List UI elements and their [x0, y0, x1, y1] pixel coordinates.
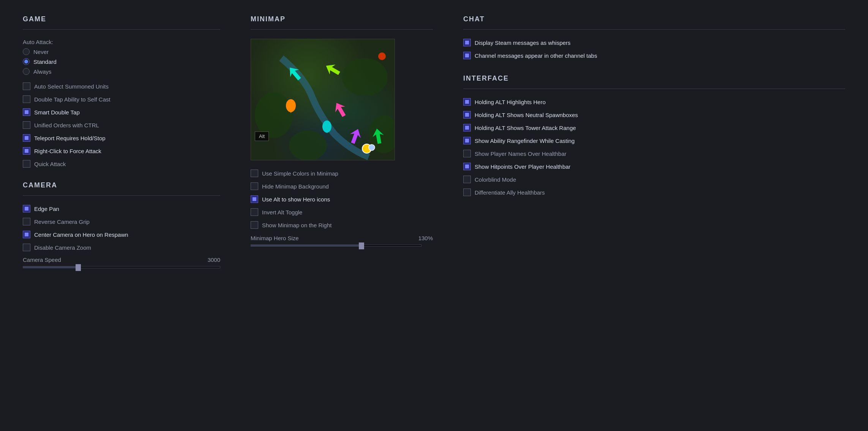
cb-reverse-camera[interactable]	[23, 218, 30, 225]
cb-teleport[interactable]	[23, 134, 30, 142]
svg-point-1	[342, 58, 388, 96]
option-player-names[interactable]: Show Player Names Over Healthbar	[463, 150, 845, 157]
option-holding-alt-neutral[interactable]: Holding ALT Shows Neutral Spawnboxes	[463, 111, 845, 119]
radio-standard-btn[interactable]	[23, 58, 30, 65]
svg-point-0	[255, 92, 293, 138]
label-teleport: Teleport Requires Hold/Stop	[34, 135, 106, 141]
hero-size-thumb[interactable]	[359, 242, 364, 249]
cb-steam-whispers[interactable]	[463, 39, 471, 46]
hero-size-slider: Minimap Hero Size 130%	[251, 235, 433, 247]
cb-smart-double-tap[interactable]	[23, 108, 30, 116]
radio-always-label: Always	[33, 68, 52, 75]
label-invert-alt: Invert Alt Toggle	[262, 209, 302, 216]
cb-holding-alt-tower[interactable]	[463, 124, 471, 132]
cb-auto-select[interactable]	[23, 82, 30, 90]
option-edge-pan[interactable]: Edge Pan	[23, 205, 220, 212]
cb-hitpoints[interactable]	[463, 163, 471, 170]
option-colorblind[interactable]: Colorblind Mode	[463, 176, 845, 183]
option-use-alt-hero[interactable]: Use Alt to show Hero icons	[251, 195, 433, 203]
option-auto-select[interactable]: Auto Select Summoned Units	[23, 82, 220, 90]
cb-center-camera[interactable]	[23, 231, 30, 238]
option-disable-zoom[interactable]: Disable Camera Zoom	[23, 244, 220, 251]
cb-player-names[interactable]	[463, 150, 471, 157]
svg-point-15	[378, 52, 386, 60]
option-hide-background[interactable]: Hide Minimap Background	[251, 182, 433, 190]
cb-double-tap[interactable]	[23, 95, 30, 103]
minimap-column: MINIMAP	[235, 15, 448, 416]
label-differentiate-ally: Differentiate Ally Healthbars	[475, 189, 545, 196]
label-reverse-camera: Reverse Camera Grip	[34, 219, 90, 225]
option-center-camera[interactable]: Center Camera on Hero on Respawn	[23, 231, 220, 238]
svg-point-14	[369, 144, 375, 151]
camera-speed-fill	[23, 266, 78, 268]
hero-size-track[interactable]	[251, 244, 421, 247]
cb-differentiate-ally[interactable]	[463, 189, 471, 196]
cb-use-alt-hero[interactable]	[251, 195, 258, 203]
cb-holding-alt-neutral[interactable]	[463, 111, 471, 119]
hero-size-fill	[251, 245, 361, 246]
cb-holding-alt-highlights[interactable]	[463, 98, 471, 106]
svg-marker-11	[347, 127, 363, 145]
option-quick-attack[interactable]: Quick Attack	[23, 160, 220, 168]
minimap-image: Alt	[251, 39, 395, 160]
option-smart-double-tap[interactable]: Smart Double Tap	[23, 108, 220, 116]
radio-never[interactable]: Never	[23, 48, 220, 55]
hero-size-label: Minimap Hero Size	[251, 235, 299, 241]
label-colorblind: Colorblind Mode	[475, 176, 516, 183]
option-hitpoints[interactable]: Show Hitpoints Over Player Healthbar	[463, 163, 845, 170]
auto-attack-label: Auto Attack:	[23, 39, 53, 45]
cb-channel-tabs[interactable]	[463, 52, 471, 59]
cb-right-click[interactable]	[23, 147, 30, 155]
cb-edge-pan[interactable]	[23, 205, 30, 212]
label-hide-background: Hide Minimap Background	[262, 183, 329, 190]
cb-ability-rangefinder[interactable]	[463, 137, 471, 144]
cb-hide-background[interactable]	[251, 182, 258, 190]
camera-speed-value: 3000	[208, 257, 220, 263]
option-right-click[interactable]: Right-Click to Force Attack	[23, 147, 220, 155]
label-player-names: Show Player Names Over Healthbar	[475, 151, 567, 157]
option-holding-alt-highlights[interactable]: Holding ALT Highlights Hero	[463, 98, 845, 106]
cb-quick-attack[interactable]	[23, 160, 30, 168]
camera-speed-track[interactable]	[23, 266, 220, 268]
label-channel-tabs: Channel messages appear in other channel…	[475, 52, 597, 59]
label-steam-whispers: Display Steam messages as whispers	[475, 40, 571, 46]
option-steam-whispers[interactable]: Display Steam messages as whispers	[463, 39, 845, 46]
svg-marker-8	[331, 100, 349, 119]
cb-minimap-right[interactable]	[251, 221, 258, 229]
camera-section: CAMERA Edge Pan Reverse Camera Grip Cent…	[23, 181, 220, 268]
radio-standard[interactable]: Standard	[23, 58, 220, 65]
radio-always[interactable]: Always	[23, 68, 220, 75]
label-auto-select: Auto Select Summoned Units	[34, 83, 109, 90]
radio-never-label: Never	[33, 49, 49, 55]
auto-attack-group: Auto Attack: Never Standard Always	[23, 39, 220, 75]
label-disable-zoom: Disable Camera Zoom	[34, 244, 91, 251]
label-unified-orders: Unified Orders with CTRL	[34, 122, 99, 128]
option-invert-alt[interactable]: Invert Alt Toggle	[251, 208, 433, 216]
option-ability-rangefinder[interactable]: Show Ability Rangefinder While Casting	[463, 137, 845, 144]
radio-never-btn[interactable]	[23, 48, 30, 55]
label-center-camera: Center Camera on Hero on Respawn	[34, 231, 128, 238]
cb-colorblind[interactable]	[463, 176, 471, 183]
cb-invert-alt[interactable]	[251, 208, 258, 216]
option-unified-orders[interactable]: Unified Orders with CTRL	[23, 121, 220, 129]
game-column: GAME Auto Attack: Never Standard Always	[23, 15, 235, 416]
radio-always-btn[interactable]	[23, 68, 30, 75]
hero-size-header: Minimap Hero Size 130%	[251, 235, 433, 241]
label-double-tap: Double Tap Ability to Self Cast	[34, 96, 110, 103]
cb-simple-colors[interactable]	[251, 170, 258, 177]
option-double-tap[interactable]: Double Tap Ability to Self Cast	[23, 95, 220, 103]
option-minimap-right[interactable]: Show Minimap on the Right	[251, 221, 433, 229]
label-simple-colors: Use Simple Colors in Minimap	[262, 170, 338, 177]
option-holding-alt-tower[interactable]: Holding ALT Shows Tower Attack Range	[463, 124, 845, 132]
label-holding-alt-neutral: Holding ALT Shows Neutral Spawnboxes	[475, 112, 578, 118]
cb-disable-zoom[interactable]	[23, 244, 30, 251]
option-differentiate-ally[interactable]: Differentiate Ally Healthbars	[463, 189, 845, 196]
option-teleport[interactable]: Teleport Requires Hold/Stop	[23, 134, 220, 142]
option-channel-tabs[interactable]: Channel messages appear in other channel…	[463, 52, 845, 59]
cb-unified-orders[interactable]	[23, 121, 30, 129]
game-options: Auto Select Summoned Units Double Tap Ab…	[23, 82, 220, 168]
label-holding-alt-tower: Holding ALT Shows Tower Attack Range	[475, 125, 576, 131]
option-reverse-camera[interactable]: Reverse Camera Grip	[23, 218, 220, 225]
option-simple-colors[interactable]: Use Simple Colors in Minimap	[251, 170, 433, 177]
camera-speed-thumb[interactable]	[76, 264, 81, 271]
